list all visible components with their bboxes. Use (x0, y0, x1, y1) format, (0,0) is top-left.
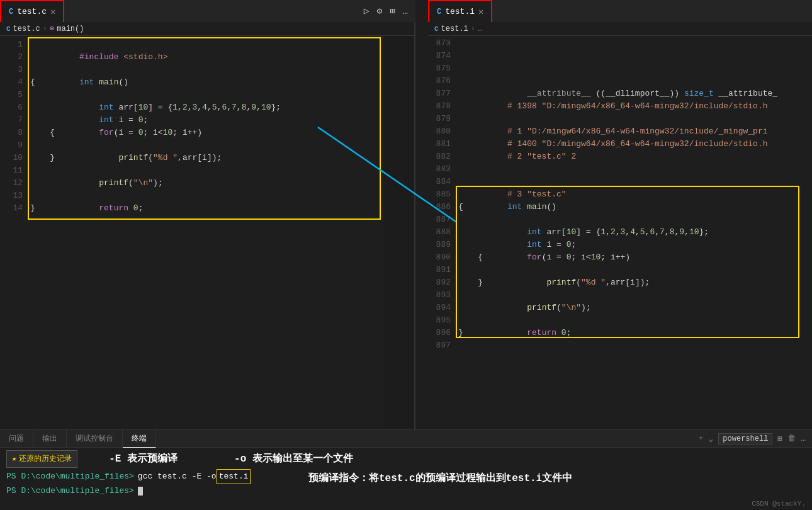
left-minimap (384, 36, 415, 429)
kill-terminal-icon[interactable]: 🗑 (787, 434, 796, 443)
ps-path-1: PS D:\code\multiple_files> (6, 470, 134, 484)
right-line-numbers: 873874875876877 878879880881882 88388488… (428, 36, 456, 429)
breadcrumb-right-filename: test.i (441, 25, 468, 33)
terminal-panel: 问题 输出 调试控制台 终端 + ⌄ powershell ⊞ 🗑 … (0, 429, 812, 510)
left-breadcrumb: C test.c › ⊕ main() (0, 22, 415, 36)
right-line-887: int arr[10] = {1,2,3,4,5,6,7,8,9,10}; (456, 213, 812, 226)
powershell-label[interactable]: powershell (718, 433, 772, 445)
left-tab-bar: C test.c ✕ ▷ ⚙ ⊞ … (0, 0, 415, 22)
breadcrumb-sep: › (43, 25, 47, 33)
cursor-block (138, 487, 143, 496)
annotation-output: -o 表示输出至某一个文件 (234, 452, 353, 466)
right-line-875 (456, 62, 812, 75)
terminal-line-2: PS D:\code\multiple_files> (6, 484, 806, 498)
watermark: CSDN @stackY. (752, 500, 806, 507)
right-editor: 873874875876877 878879880881882 88388488… (428, 36, 812, 429)
ps-path-2: PS D:\code\multiple_files> (6, 484, 134, 498)
breadcrumb-func-icon: ⊕ (50, 24, 54, 33)
ps-cmd-1: gcc test.c -E -o (138, 470, 217, 484)
left-editor: 12345 678910 11121314 #include <stdio.h>… (0, 36, 415, 429)
debug-icon[interactable]: ⚙ (377, 6, 382, 16)
breadcrumb-right-sep: › (471, 25, 475, 33)
breadcrumb-right-dots: … (478, 25, 482, 33)
split-terminal-icon[interactable]: ⌄ (709, 434, 714, 444)
tab-problems[interactable]: 问题 (0, 430, 33, 448)
right-line-895: return 0; (456, 314, 812, 327)
right-line-874 (456, 50, 812, 62)
right-line-884: # 3 "test.c" (456, 176, 812, 188)
new-terminal-icon[interactable]: + (699, 434, 704, 443)
c-file-icon-right: C (437, 8, 441, 16)
split-icon[interactable]: ⊞ (390, 6, 395, 16)
right-line-879: # 1 "D:/mingw64/x86_64-w64-mingw32/inclu… (456, 113, 812, 125)
cmd-highlight-testi: test.i (217, 469, 251, 484)
code-line-5: int arr[10] = {1,2,3,4,5,6,7,8,9,10}; (28, 89, 384, 101)
breadcrumb-c-icon: C (6, 25, 11, 33)
right-tab-label: test.i (445, 7, 475, 16)
right-tab-close[interactable]: ✕ (478, 6, 483, 17)
breadcrumb-func: main() (57, 25, 84, 33)
terminal-more-icon[interactable]: … (801, 434, 806, 443)
left-code-content: #include <stdio.h> int main() { int arr[… (28, 36, 384, 429)
terminal-tab-right: + ⌄ powershell ⊞ 🗑 … (699, 433, 812, 445)
breadcrumb-right-c-icon: C (434, 25, 439, 33)
code-line-3: int main() (28, 64, 384, 76)
breadcrumb-filename: test.c (13, 25, 40, 33)
right-breadcrumb: C test.i › … (428, 22, 812, 36)
left-line-numbers: 12345 678910 11121314 (0, 36, 28, 429)
code-line-13: return 0; (28, 190, 384, 202)
left-tab-testc[interactable]: C test.c ✕ (0, 0, 64, 22)
more-icon[interactable]: … (403, 6, 408, 16)
tab-output[interactable]: 输出 (33, 430, 67, 448)
left-tab-label: test.c (17, 7, 47, 16)
right-line-891: printf("%d ",arr[i]); (456, 264, 812, 276)
tab-terminal[interactable]: 终端 (123, 430, 156, 448)
right-line-893: printf("\n"); (456, 289, 812, 302)
right-code-content: __attribute__ ((__dllimport__)) size_t _… (456, 36, 812, 429)
right-line-873 (456, 37, 812, 50)
terminal-annotation-row: ★ 还原的历史记录 -E 表示预编译 -o 表示输出至某一个文件 (6, 450, 806, 468)
history-btn-label: 还原的历史记录 (19, 452, 72, 466)
right-tab-testi[interactable]: C test.i ✕ (428, 0, 492, 22)
right-tab-bar: C test.i ✕ (428, 0, 812, 22)
run-icon[interactable]: ▷ (364, 5, 369, 17)
editor-divider (414, 22, 415, 429)
annotation-description: 预编译指令：将test.c的预编译过程输出到test.i文件中 (308, 472, 572, 485)
annotation-precompile: -E 表示预编译 (109, 452, 178, 466)
right-line-876: __attribute__ ((__dllimport__)) size_t _… (456, 75, 812, 88)
terminal-tab-bar: 问题 输出 调试控制台 终端 + ⌄ powershell ⊞ 🗑 … (0, 430, 812, 448)
history-button[interactable]: ★ 还原的历史记录 (6, 450, 77, 468)
left-tab-close[interactable]: ✕ (50, 6, 55, 17)
code-line-1: #include <stdio.h> (28, 38, 384, 51)
right-line-897 (456, 339, 812, 352)
right-line-883 (456, 163, 812, 176)
maximize-terminal-icon[interactable]: ⊞ (777, 434, 782, 444)
code-line-9: printf("%d ",arr[i]); (28, 139, 384, 152)
code-line-11: printf("\n"); (28, 164, 384, 177)
c-file-icon: C (9, 8, 13, 16)
tab-debug-console[interactable]: 调试控制台 (67, 430, 123, 448)
